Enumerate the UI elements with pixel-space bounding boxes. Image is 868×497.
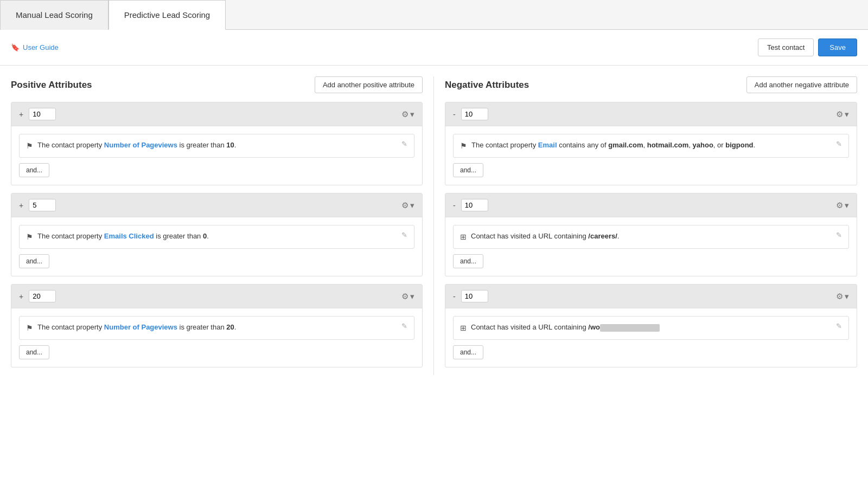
add-negative-attr-button[interactable]: Add another negative attribute (746, 76, 857, 93)
positive-rule-2-pre: The contact property (37, 232, 104, 240)
negative-card-1-header: - ⚙ ▾ (445, 102, 857, 126)
positive-rule-3-link[interactable]: Number of Pageviews (104, 323, 177, 331)
positive-rule-3-text: ⚑ The contact property Number of Pagevie… (26, 322, 401, 334)
positive-rule-3-bold: 20 (226, 323, 234, 331)
negative-card-1-body: ⚑ The contact property Email contains an… (445, 126, 857, 185)
negative-card-2: - ⚙ ▾ ⊞ Contact has visited a URL contai… (445, 193, 857, 276)
positive-card-3-body: ⚑ The contact property Number of Pagevie… (11, 308, 422, 367)
tab-predictive[interactable]: Predictive Lead Scoring (108, 0, 226, 30)
negative-card-3-gear-button[interactable]: ⚙ ▾ (836, 292, 849, 301)
negative-rule-3-edit-icon[interactable]: ✎ (836, 322, 842, 330)
negative-rule-3-bold: /wo (588, 323, 600, 331)
positive-rule-1-edit-icon[interactable]: ✎ (401, 140, 407, 148)
tab-manual[interactable]: Manual Lead Scoring (0, 0, 108, 30)
negative-card-3-body: ⊞ Contact has visited a URL containing /… (445, 308, 857, 367)
negative-card-2-prefix: - (453, 201, 456, 210)
tab-predictive-label: Predictive Lead Scoring (124, 10, 210, 20)
positive-card-2-header: + ⚙ ▾ (11, 193, 422, 217)
negative-rule-1-text: ⚑ The contact property Email contains an… (460, 140, 836, 152)
positive-rule-2-post: . (207, 232, 209, 240)
user-guide-label: User Guide (23, 43, 59, 51)
positive-card-1: + ⚙ ▾ ⚑ The contact property Number of P… (11, 102, 423, 185)
negative-card-2-header: - ⚙ ▾ (445, 193, 857, 217)
negative-rule-3-text: ⊞ Contact has visited a URL containing /… (460, 322, 836, 334)
negative-card-1-gear-button[interactable]: ⚙ ▾ (836, 109, 849, 119)
negative-rule-2-edit-icon[interactable]: ✎ (836, 231, 842, 239)
positive-rule-1-mid: is greater than (177, 141, 226, 149)
positive-card-1-body: ⚑ The contact property Number of Pagevie… (11, 126, 422, 185)
save-button[interactable]: Save (818, 38, 857, 56)
positive-rule-2: ⚑ The contact property Emails Clicked is… (19, 225, 414, 249)
user-guide-link[interactable]: 🔖 User Guide (11, 43, 59, 51)
tab-bar: Manual Lead Scoring Predictive Lead Scor… (0, 0, 868, 30)
positive-card-3-header: + ⚙ ▾ (11, 285, 422, 308)
positive-card-1-and-button[interactable]: and... (19, 163, 49, 177)
gear-icon: ⚙ (401, 109, 409, 119)
positive-card-2: + ⚙ ▾ ⚑ The contact property Emails Clic… (11, 193, 423, 276)
negative-card-1-and-button[interactable]: and... (453, 163, 483, 177)
negative-rule-1-link[interactable]: Email (538, 141, 557, 149)
chevron-down-icon: ▾ (410, 201, 414, 210)
positive-rule-2-edit-icon[interactable]: ✎ (401, 231, 407, 239)
positive-rule-3: ⚑ The contact property Number of Pagevie… (19, 316, 414, 340)
positive-card-1-score-input[interactable] (29, 108, 56, 120)
negative-card-1: - ⚙ ▾ ⚑ The contact property Email conta… (445, 102, 857, 185)
positive-attributes-panel: Positive Attributes Add another positive… (11, 76, 434, 375)
positive-card-1-header: + ⚙ ▾ (11, 102, 422, 126)
positive-card-2-and-button[interactable]: and... (19, 254, 49, 268)
chevron-down-icon: ▾ (845, 201, 849, 210)
positive-card-2-prefix: + (19, 201, 23, 210)
chevron-down-icon: ▾ (410, 292, 414, 301)
book-icon: 🔖 (11, 43, 20, 51)
positive-card-3-score-input[interactable] (29, 290, 56, 302)
positive-title: Positive Attributes (11, 80, 92, 91)
test-contact-button[interactable]: Test contact (758, 38, 814, 56)
negative-rule-2: ⊞ Contact has visited a URL containing /… (453, 225, 849, 249)
negative-rule-3: ⊞ Contact has visited a URL containing /… (453, 316, 849, 340)
positive-card-1-prefix: + (19, 110, 23, 119)
chevron-down-icon: ▾ (845, 109, 849, 119)
positive-card-2-gear-button[interactable]: ⚙ ▾ (401, 201, 414, 210)
flag-icon: ⚑ (26, 140, 33, 152)
negative-rule-1-edit-icon[interactable]: ✎ (836, 140, 842, 148)
negative-card-2-body: ⊞ Contact has visited a URL containing /… (445, 217, 857, 276)
positive-rule-2-link[interactable]: Emails Clicked (104, 232, 154, 240)
gear-icon: ⚙ (401, 201, 409, 210)
negative-rule-1: ⚑ The contact property Email contains an… (453, 134, 849, 158)
tab-manual-label: Manual Lead Scoring (16, 10, 93, 20)
negative-card-3-score-input[interactable] (461, 290, 488, 302)
positive-rule-1: ⚑ The contact property Number of Pagevie… (19, 134, 414, 158)
negative-card-2-gear-button[interactable]: ⚙ ▾ (836, 201, 849, 210)
grid-icon: ⊞ (460, 322, 467, 334)
negative-card-3-prefix: - (453, 292, 456, 301)
negative-rule-2-bold: /careers/ (588, 232, 617, 240)
main-content: Positive Attributes Add another positive… (0, 66, 868, 386)
positive-rule-3-pre: The contact property (37, 323, 104, 331)
negative-card-2-and-button[interactable]: and... (453, 254, 483, 268)
positive-card-2-body: ⚑ The contact property Emails Clicked is… (11, 217, 422, 276)
add-positive-attr-button[interactable]: Add another positive attribute (315, 76, 423, 93)
negative-rule-1-bold-3: yahoo (693, 141, 713, 149)
positive-card-3-gear-button[interactable]: ⚙ ▾ (401, 292, 414, 301)
positive-panel-header: Positive Attributes Add another positive… (11, 76, 423, 93)
positive-rule-2-text: ⚑ The contact property Emails Clicked is… (26, 231, 401, 243)
negative-card-3: - ⚙ ▾ ⊞ Contact has visited a URL contai… (445, 284, 857, 367)
negative-card-1-prefix: - (453, 110, 456, 119)
negative-card-1-score-input[interactable] (461, 108, 488, 120)
positive-card-2-score-input[interactable] (29, 199, 56, 211)
flag-icon: ⚑ (26, 322, 33, 334)
negative-title: Negative Attributes (445, 80, 529, 91)
flag-icon: ⚑ (460, 140, 467, 152)
positive-card-1-gear-button[interactable]: ⚙ ▾ (401, 109, 414, 119)
negative-card-3-and-button[interactable]: and... (453, 345, 483, 359)
positive-card-3: + ⚙ ▾ ⚑ The contact property Number of P… (11, 284, 423, 367)
negative-rule-1-bold-4: bigpond (725, 141, 753, 149)
negative-rule-1-bold-1: gmail.com (608, 141, 643, 149)
positive-card-3-and-button[interactable]: and... (19, 345, 49, 359)
positive-rule-1-link[interactable]: Number of Pageviews (104, 141, 177, 149)
gear-icon: ⚙ (836, 109, 843, 119)
negative-card-2-score-input[interactable] (461, 199, 488, 211)
negative-panel-header: Negative Attributes Add another negative… (445, 76, 857, 93)
positive-rule-3-edit-icon[interactable]: ✎ (401, 322, 407, 330)
toolbar-actions: Test contact Save (758, 38, 857, 56)
